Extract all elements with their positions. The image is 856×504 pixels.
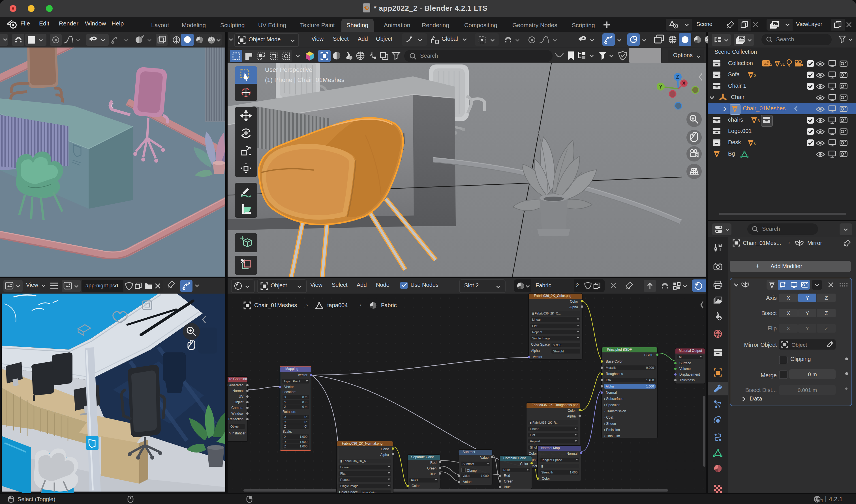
svg-text:(1) Phone | Chair_01Meshes: (1) Phone | Chair_01Meshes	[265, 76, 345, 84]
svg-text:X: X	[682, 80, 686, 86]
svg-text:User Perspective: User Perspective	[265, 66, 313, 73]
svg-text:Z: Z	[676, 74, 679, 80]
svg-text:Y: Y	[659, 84, 662, 90]
